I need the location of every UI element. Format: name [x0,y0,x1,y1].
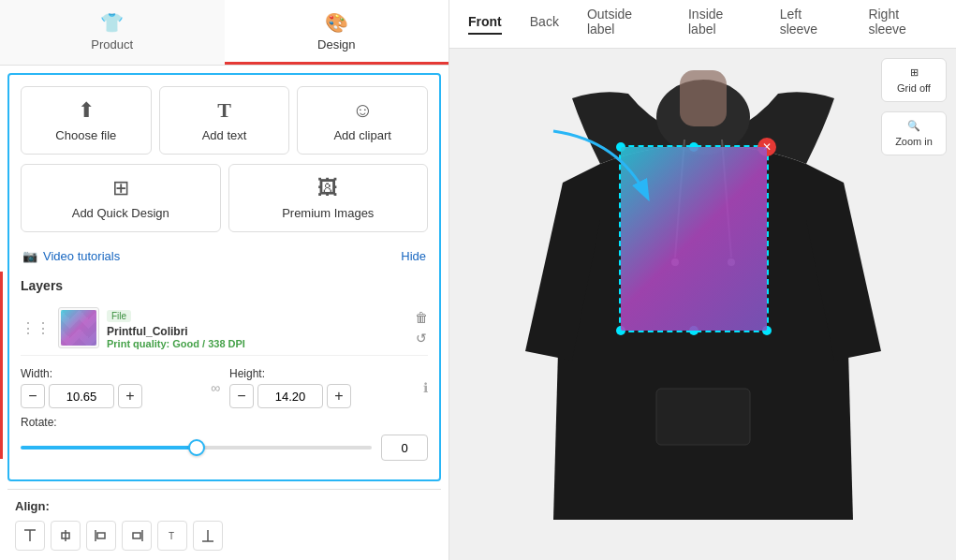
add-quick-design-label: Add Quick Design [72,206,169,220]
align-text-button[interactable]: T [157,521,187,551]
height-group: Height: − + [229,367,410,408]
choose-file-label: Choose file [55,128,116,142]
left-panel: 👕 Product 🎨 Design ⬆ Choose file T Add t… [0,0,449,560]
svg-rect-7 [133,533,140,538]
dimensions-row: Width: − + ∞ Height: − + ℹ [21,367,428,408]
tab-product-label: Product [91,37,133,52]
file-badge: File [107,310,131,322]
width-decrease-button[interactable]: − [21,384,45,408]
grid-icon: ⊞ [910,66,919,79]
layers-section: Layers ⋮⋮ File Printful_Colibri [21,278,428,356]
add-clipart-label: Add clipart [333,128,390,142]
height-input-row: − + [229,384,410,408]
align-bottom-button[interactable] [193,521,223,551]
grid-off-button[interactable]: ⊞ Grid off [881,58,947,102]
svg-rect-13 [656,389,750,445]
add-quick-design-button[interactable]: ⊞ Add Quick Design [21,164,221,232]
hoodie-container: ✕ [525,70,881,538]
premium-images-button[interactable]: 🖼 Premium Images [228,164,429,232]
tab-left-sleeve[interactable]: Left sleeve [780,7,841,42]
height-decrease-button[interactable]: − [229,384,254,408]
add-text-label: Add text [202,128,247,142]
align-left-button[interactable] [86,521,116,551]
layer-thumbnail [58,307,99,348]
zoom-in-button[interactable]: 🔍 Zoom in [881,111,947,155]
tab-front[interactable]: Front [468,14,502,35]
tab-product[interactable]: 👕 Product [0,0,225,65]
layer-actions: 🗑 ↺ [415,310,428,346]
choose-file-button[interactable]: ⬆ Choose file [21,86,152,155]
height-label: Height: [229,367,410,380]
delete-layer-button[interactable]: 🗑 [415,310,428,325]
tab-back[interactable]: Back [530,14,559,35]
arrow-svg [544,122,666,234]
height-increase-button[interactable]: + [327,384,351,408]
zoom-icon: 🔍 [907,120,920,132]
canvas-area: ✕ ⊞ Grid off [449,49,956,560]
tab-bar: 👕 Product 🎨 Design [0,0,449,66]
align-section: Align: T [7,489,441,560]
svg-rect-12 [680,70,727,126]
quality-value: Good / 338 DPI [172,338,245,349]
action-grid-3: ⬆ Choose file T Add text ☺ Add clipart [21,86,428,155]
video-tutorials-label: Video tutorials [43,249,120,263]
tab-design[interactable]: 🎨 Design [225,0,449,65]
file-badge-label: File [111,311,126,321]
layer-item: ⋮⋮ File Printful_Colibri Print quality: [21,301,428,356]
align-right-button[interactable] [122,521,152,551]
design-icon: 🎨 [325,11,348,34]
zoom-in-label: Zoom in [895,136,933,147]
height-input[interactable] [257,384,323,408]
align-buttons-row: T [15,521,434,551]
add-text-button[interactable]: T Add text [159,86,290,155]
align-label: Align: [15,499,434,513]
align-center-h-button[interactable] [51,521,81,551]
hide-button[interactable]: Hide [401,249,426,263]
design-area: ⬆ Choose file T Add text ☺ Add clipart ⊞… [7,73,441,481]
action-grid-2: ⊞ Add Quick Design 🖼 Premium Images [21,164,428,232]
video-icon: 📷 [22,249,37,263]
video-tutorials-link[interactable]: 📷 Video tutorials [22,249,120,263]
premium-icon: 🖼 [317,176,338,200]
thumbnail-preview [61,310,96,346]
drag-handle-icon[interactable]: ⋮⋮ [21,319,51,337]
view-tabs: Front Back Outside label Inside label Le… [449,0,956,49]
align-top-button[interactable] [15,521,45,551]
layer-quality: Print quality: Good / 338 DPI [107,338,407,349]
link-icon[interactable]: ∞ [211,380,220,395]
right-sidebar: ⊞ Grid off 🔍 Zoom in [881,58,947,155]
product-icon: 👕 [100,11,124,34]
layer-name: Printful_Colibri [107,325,407,338]
width-input-row: − + [21,384,201,408]
premium-images-label: Premium Images [282,206,374,220]
refresh-layer-button[interactable]: ↺ [415,331,428,346]
rotate-label: Rotate: [21,416,428,429]
grid-off-label: Grid off [897,82,931,94]
layer-info: File Printful_Colibri Print quality: Goo… [107,306,407,349]
svg-rect-5 [97,533,105,538]
rotate-slider[interactable] [21,446,372,449]
width-input[interactable] [49,384,114,408]
right-panel: Front Back Outside label Inside label Le… [449,0,956,560]
rotate-row: Rotate: [21,416,428,461]
tab-design-label: Design [317,37,355,52]
width-group: Width: − + [21,367,201,408]
width-increase-button[interactable]: + [118,384,142,408]
upload-icon: ⬆ [78,98,95,123]
rotate-controls [21,435,428,461]
tab-outside-label[interactable]: Outside label [587,7,660,42]
text-icon: T [217,98,231,123]
info-icon[interactable]: ℹ [423,380,428,395]
rotate-input[interactable] [381,435,428,461]
width-label: Width: [21,367,201,380]
video-tutorials-row: 📷 Video tutorials Hide [21,243,428,269]
clipart-icon: ☺ [352,98,373,123]
tab-right-sleeve[interactable]: Right sleeve [868,7,937,42]
red-bar [0,272,3,459]
quick-design-icon: ⊞ [112,176,129,200]
layers-heading: Layers [21,278,428,293]
tab-inside-label[interactable]: Inside label [688,7,752,42]
svg-text:T: T [169,531,174,541]
add-clipart-button[interactable]: ☺ Add clipart [297,86,428,155]
